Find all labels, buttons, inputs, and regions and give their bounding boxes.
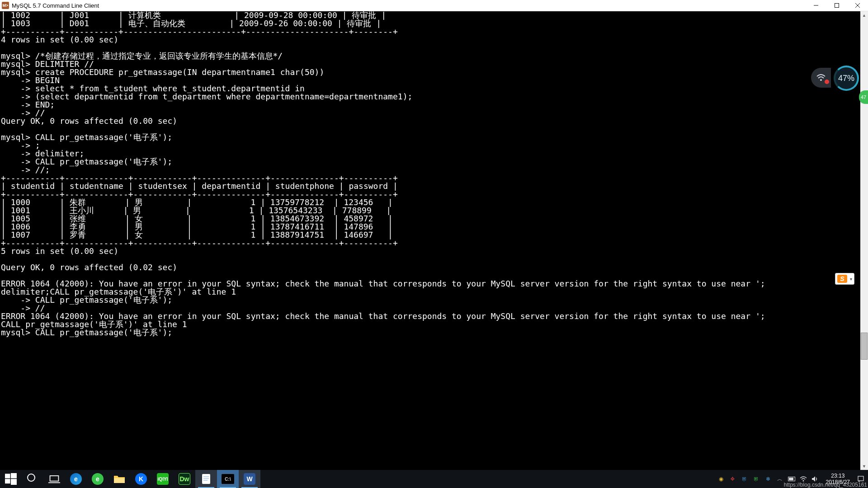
scrollbar-thumb[interactable] <box>861 333 868 360</box>
close-button[interactable] <box>847 0 868 11</box>
vertical-scrollbar[interactable]: ▲ ▼ <box>860 11 868 470</box>
svg-rect-8 <box>11 479 17 485</box>
wifi-icon[interactable] <box>800 475 807 483</box>
taskbar-iqiyi[interactable]: iQIYI <box>152 470 174 488</box>
taskbar-360browser[interactable]: e <box>87 470 108 488</box>
window-title: MySQL 5.7 Command Line Client <box>12 2 806 9</box>
window-controls <box>806 0 868 11</box>
progress-ring-widget[interactable]: 47% <box>834 66 859 91</box>
taskbar-mysql-cli[interactable]: C:\ <box>217 470 239 488</box>
svg-rect-10 <box>50 476 59 481</box>
svg-rect-12 <box>114 478 125 483</box>
taskbar-word[interactable]: W <box>239 470 260 488</box>
tray-icon-1[interactable]: ◉ <box>717 475 725 483</box>
ime-indicator[interactable]: S ▾ <box>835 273 854 285</box>
tray-snow-icon[interactable]: ❄ <box>764 475 772 483</box>
app-icon: M> <box>2 2 9 9</box>
svg-rect-5 <box>5 474 10 478</box>
svg-point-20 <box>802 480 804 482</box>
taskbar: e e K iQIYI Dw C:\ W ◉ ❖ ⛨ ⛨ ❄ ︿ <box>0 470 868 488</box>
cortana-button[interactable] <box>22 470 43 488</box>
maximize-button[interactable] <box>826 0 847 11</box>
taskbar-explorer[interactable] <box>108 470 130 488</box>
clock-date: 2018/6/27 <box>826 479 850 485</box>
tray-shield-icon[interactable]: ⛨ <box>741 475 748 483</box>
side-badge-widget[interactable]: 47 <box>859 90 868 104</box>
svg-point-9 <box>28 474 35 481</box>
wifi-widget-icon[interactable] <box>811 68 831 88</box>
notifications-icon[interactable] <box>857 475 864 483</box>
start-button[interactable] <box>0 470 22 488</box>
side-badge-value: 47 <box>861 94 866 100</box>
volume-icon[interactable] <box>811 475 819 483</box>
taskbar-notepad[interactable] <box>195 470 217 488</box>
dropdown-icon[interactable]: ▾ <box>850 277 852 282</box>
task-view-button[interactable] <box>43 470 65 488</box>
svg-rect-1 <box>835 4 839 8</box>
minimize-button[interactable] <box>806 0 826 11</box>
titlebar: M> MySQL 5.7 Command Line Client <box>0 0 868 11</box>
system-tray: ◉ ❖ ⛨ ⛨ ❄ ︿ 23:13 2018/6/27 <box>717 473 868 485</box>
console-output[interactable]: | 1002 | J001 | 计算机类 | 2009-09-28 00:00:… <box>0 11 868 470</box>
svg-point-4 <box>820 79 822 81</box>
progress-ring-value: 47% <box>838 74 854 83</box>
tray-icon-2[interactable]: ❖ <box>729 475 736 483</box>
clock-time: 23:13 <box>826 473 850 479</box>
chevron-up-icon[interactable]: ︿ <box>776 475 783 483</box>
tray-green-shield-icon[interactable]: ⛨ <box>753 475 760 483</box>
taskbar-edge[interactable]: e <box>65 470 87 488</box>
svg-rect-6 <box>11 473 17 479</box>
scroll-down-icon[interactable]: ▼ <box>860 462 868 470</box>
svg-rect-13 <box>202 474 210 484</box>
sogou-icon: S <box>837 275 847 283</box>
svg-rect-19 <box>789 478 793 480</box>
scroll-up-icon[interactable]: ▲ <box>860 11 868 19</box>
taskbar-kugou[interactable]: K <box>130 470 152 488</box>
svg-rect-21 <box>858 476 863 481</box>
battery-icon[interactable] <box>788 475 795 483</box>
taskbar-dreamweaver[interactable]: Dw <box>174 470 195 488</box>
taskbar-clock[interactable]: 23:13 2018/6/27 <box>823 473 853 485</box>
svg-rect-7 <box>5 479 10 483</box>
